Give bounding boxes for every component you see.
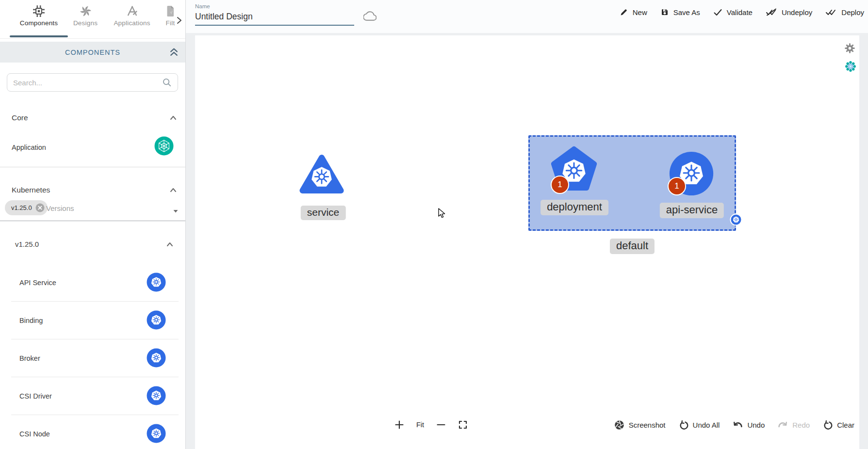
node-label-api-service[interactable]: api-service <box>660 203 724 218</box>
versions-select-underline <box>0 221 185 221</box>
tab-designs[interactable]: Designs <box>66 3 105 36</box>
list-divider <box>11 301 179 302</box>
tab-label: Designs <box>66 19 105 27</box>
section-title-version: v1.25.0 <box>15 240 39 248</box>
sidebar-tabbar: Components Designs <box>0 0 185 39</box>
node-service[interactable] <box>299 152 344 197</box>
design-name-input[interactable] <box>195 12 354 22</box>
pencil-icon <box>620 8 628 16</box>
redo-icon <box>778 421 788 430</box>
kubernetes-icon[interactable] <box>147 386 166 405</box>
undo-all-icon <box>679 420 688 430</box>
redo-button[interactable]: Redo <box>778 421 810 430</box>
components-sidebar: Components Designs <box>0 0 186 449</box>
applications-icon <box>126 3 139 19</box>
design-canvas[interactable] <box>195 35 859 449</box>
group-kubernetes-badge-icon[interactable] <box>730 213 742 226</box>
design-workspace: Name New <box>186 0 868 449</box>
component-search <box>7 73 178 92</box>
name-field-underline <box>195 25 354 26</box>
design-actions: New Save As Validate <box>620 8 864 16</box>
section-divider <box>0 167 185 167</box>
list-divider <box>11 377 179 377</box>
fit-button[interactable]: Fit <box>416 421 424 429</box>
deployment-count-badge: 1 <box>551 176 569 194</box>
search-icon[interactable] <box>162 78 172 87</box>
group-label-default[interactable]: default <box>610 239 655 254</box>
kubernetes-icon[interactable] <box>147 348 166 368</box>
node-label-service[interactable]: service <box>301 206 346 220</box>
kubernetes-icon[interactable] <box>147 310 166 330</box>
undeploy-button[interactable]: Undeploy <box>766 8 812 16</box>
clear-button[interactable]: Clear <box>823 420 854 430</box>
deploy-button[interactable]: Deploy <box>825 8 864 16</box>
meshery-application-icon[interactable] <box>154 136 174 156</box>
clear-icon <box>823 420 833 430</box>
screenshot-button[interactable]: Screenshot <box>614 420 666 430</box>
save-as-button[interactable]: Save As <box>660 8 700 16</box>
node-label-deployment[interactable]: deployment <box>540 200 608 215</box>
designs-icon <box>79 3 92 19</box>
list-item[interactable]: API Service <box>19 278 56 287</box>
kubernetes-icon[interactable] <box>147 424 166 443</box>
section-title-core: Core <box>12 113 28 122</box>
list-item[interactable]: Broker <box>19 354 40 363</box>
version-chip[interactable]: v1.25.0 <box>5 200 48 215</box>
panel-title: COMPONENTS <box>65 48 120 56</box>
tab-label: Components <box>10 19 68 27</box>
section-title-kubernetes: Kubernetes <box>12 186 50 194</box>
zoom-in-icon[interactable] <box>394 420 404 430</box>
new-button[interactable]: New <box>620 8 647 16</box>
collapse-kubernetes-icon[interactable] <box>169 186 177 194</box>
list-item[interactable]: CSI Driver <box>19 392 52 401</box>
undo-all-button[interactable]: Undo All <box>679 420 720 430</box>
search-input[interactable] <box>13 79 162 87</box>
zoom-out-icon[interactable] <box>436 420 446 430</box>
component-item-label: Application <box>12 143 46 152</box>
list-item[interactable]: Binding <box>19 316 43 325</box>
history-controls: Screenshot Undo All Undo <box>614 420 854 430</box>
versions-dropdown-icon[interactable] <box>172 208 179 214</box>
collapse-core-icon[interactable] <box>169 114 177 122</box>
undo-icon <box>733 421 743 430</box>
collapse-version-icon[interactable] <box>166 241 174 248</box>
version-chip-label: v1.25.0 <box>11 204 32 211</box>
validate-button[interactable]: Validate <box>713 8 753 16</box>
tabs-scroll-right-icon[interactable] <box>175 16 183 25</box>
components-icon <box>32 3 46 19</box>
kubernetes-icon[interactable] <box>147 273 166 292</box>
zoom-controls: Fit <box>394 420 468 430</box>
mouse-cursor <box>438 208 449 220</box>
undeploy-icon <box>766 8 777 16</box>
api-service-count-badge: 1 <box>668 177 686 195</box>
collapse-panel-icon[interactable] <box>169 47 179 57</box>
check-icon <box>713 8 722 16</box>
name-field-label: Name <box>195 3 210 9</box>
list-divider <box>11 415 179 415</box>
list-divider <box>11 339 179 339</box>
fullscreen-icon[interactable] <box>458 420 468 430</box>
undo-button[interactable]: Undo <box>733 421 765 430</box>
meshsync-flower-icon[interactable] <box>844 60 857 73</box>
list-item[interactable]: CSI Node <box>19 430 50 438</box>
components-panel-header: COMPONENTS <box>0 42 185 63</box>
deploy-icon <box>825 8 837 16</box>
tab-components[interactable]: Components <box>10 3 68 36</box>
active-tab-indicator <box>10 35 68 37</box>
shutter-icon <box>614 420 624 430</box>
canvas-settings-gear-icon[interactable] <box>844 43 855 54</box>
tab-applications[interactable]: Applications <box>108 3 156 36</box>
meshmap-app: Components Designs <box>0 0 868 449</box>
save-icon <box>660 8 669 16</box>
cloud-sync-icon <box>363 11 377 21</box>
tab-label: Applications <box>108 19 156 27</box>
design-topbar: Name New <box>186 0 868 33</box>
chip-remove-icon[interactable] <box>35 203 45 212</box>
versions-select-placeholder[interactable]: Versions <box>46 204 74 212</box>
